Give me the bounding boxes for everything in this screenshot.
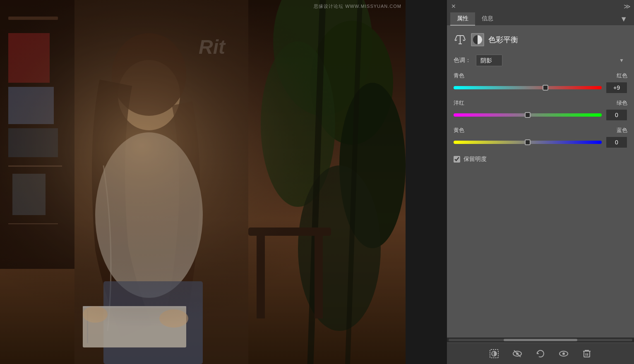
magenta-green-value[interactable] [606, 109, 627, 121]
cyan-label: 青色 [454, 72, 464, 79]
close-button[interactable]: ✕ [450, 3, 457, 10]
preserve-luminosity-label[interactable]: 保留明度 [463, 156, 487, 163]
svg-rect-44 [584, 351, 590, 357]
scrollbar-area[interactable] [447, 338, 634, 342]
yellow-blue-track-wrapper[interactable] [454, 138, 602, 146]
scrollbar-thumb[interactable] [504, 339, 577, 341]
tone-dropdown-wrapper: 阴影 中间调 高光 ▼ [476, 55, 627, 66]
green-label: 绿色 [617, 99, 627, 107]
color-balance-panel: ✕ ≫ 属性 信息 ▼ [447, 0, 634, 364]
cyan-red-slider-group: 青色 红色 [454, 72, 627, 93]
mask-icon[interactable] [471, 33, 484, 46]
watermark: 思缘设计论坛 WWW.MISSYUAN.COM [314, 3, 401, 10]
cyan-red-track-wrapper[interactable] [454, 84, 602, 92]
yellow-blue-thumb[interactable] [525, 139, 531, 145]
tone-selector-row: 色调： 阴影 中间调 高光 ▼ [454, 55, 627, 66]
magenta-green-slider-group: 洋红 绿色 [454, 99, 627, 121]
tab-menu-button[interactable]: ▼ [617, 13, 631, 25]
photo-canvas: 思缘设计论坛 WWW.MISSYUAN.COM Rit [0, 0, 406, 364]
preserve-luminosity-row: 保留明度 [454, 156, 627, 163]
visibility-button[interactable] [556, 346, 571, 361]
panel-content: 色彩平衡 色调： 阴影 中间调 高光 ▼ 青色 红色 [447, 26, 634, 187]
balance-scale-icon[interactable] [454, 33, 467, 46]
tab-properties[interactable]: 属性 [450, 12, 475, 26]
yellow-blue-slider-group: 黄色 蓝色 [454, 127, 627, 148]
reset-button[interactable] [533, 346, 548, 361]
preserve-luminosity-checkbox[interactable] [454, 156, 460, 163]
collapse-button[interactable]: ≫ [624, 2, 631, 10]
tone-label: 色调： [454, 57, 471, 64]
rit-text: Rit [199, 36, 225, 58]
yellow-blue-slider-row [454, 136, 627, 148]
svg-point-43 [562, 352, 565, 355]
chevron-down-icon: ▼ [619, 57, 624, 63]
magenta-label: 洋红 [454, 99, 464, 107]
blue-label: 蓝色 [617, 127, 627, 134]
yellow-blue-value[interactable] [606, 136, 627, 148]
cyan-red-thumb[interactable] [543, 85, 548, 91]
magenta-green-thumb[interactable] [525, 112, 531, 118]
view-button[interactable] [510, 346, 525, 361]
tab-info[interactable]: 信息 [475, 12, 500, 26]
magenta-green-slider-row [454, 109, 627, 121]
scrollbar-track [449, 339, 632, 341]
svg-line-34 [463, 36, 465, 40]
svg-line-33 [455, 36, 457, 40]
cyan-red-labels: 青色 红色 [454, 72, 627, 79]
yellow-label: 黄色 [454, 127, 464, 134]
panel-tabs: 属性 信息 ▼ [447, 12, 634, 26]
red-label: 红色 [617, 72, 627, 79]
mask-selection-button[interactable] [487, 346, 502, 361]
delete-button[interactable] [579, 346, 594, 361]
bottom-toolbar [447, 342, 634, 364]
panel-header: ✕ ≫ [447, 0, 634, 12]
cyan-red-slider-row [454, 82, 627, 93]
cyan-red-track [454, 86, 602, 89]
panel-title: 色彩平衡 [488, 35, 518, 45]
cyan-red-value[interactable] [606, 82, 627, 93]
tone-dropdown[interactable]: 阴影 中间调 高光 [476, 55, 502, 66]
magenta-green-track-wrapper[interactable] [454, 111, 602, 119]
yellow-blue-labels: 黄色 蓝色 [454, 127, 627, 134]
magenta-green-labels: 洋红 绿色 [454, 99, 627, 107]
title-row: 色彩平衡 [454, 31, 627, 49]
